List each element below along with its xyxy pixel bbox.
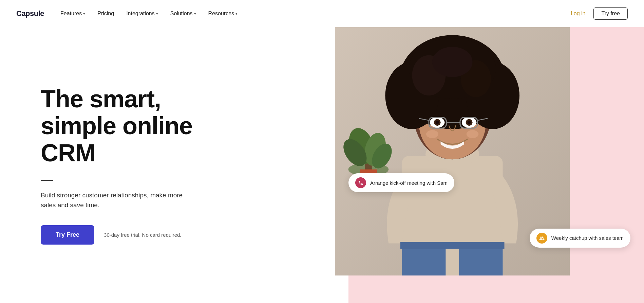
people-icon	[536, 233, 547, 244]
nav-integrations[interactable]: Integrations ▾	[126, 11, 158, 17]
notification-2-text: Weekly catchup with sales team	[551, 235, 624, 241]
hero-headline: The smart, simple online CRM	[41, 86, 231, 166]
notification-card-2: Weekly catchup with sales team	[530, 229, 630, 248]
hero-subtext: Build stronger customer relationships, m…	[41, 190, 183, 210]
hero-cta-row: Try Free 30-day free trial. No card requ…	[41, 225, 335, 245]
hero-image-area: Arrange kick-off meeting with Sam Weekly…	[335, 27, 644, 303]
notification-card-1: Arrange kick-off meeting with Sam	[348, 173, 454, 192]
svg-point-34	[426, 130, 438, 138]
hero-content: The smart, simple online CRM Build stron…	[0, 27, 335, 303]
hero-section: The smart, simple online CRM Build stron…	[0, 27, 644, 303]
phone-icon	[355, 177, 366, 188]
chevron-down-icon: ▾	[83, 12, 85, 16]
nav-links: Features ▾ Pricing Integrations ▾ Soluti…	[60, 11, 571, 17]
nav-solutions[interactable]: Solutions ▾	[170, 11, 196, 17]
nav-pricing[interactable]: Pricing	[97, 11, 114, 17]
nav-try-free-button[interactable]: Try free	[593, 7, 628, 20]
try-free-button[interactable]: Try Free	[41, 225, 94, 245]
trial-note: 30-day free trial. No card required.	[104, 232, 181, 238]
login-link[interactable]: Log in	[571, 11, 586, 17]
nav-actions: Log in Try free	[571, 7, 628, 20]
chevron-down-icon: ▾	[194, 12, 196, 16]
svg-point-22	[436, 121, 439, 124]
nav-features[interactable]: Features ▾	[60, 11, 85, 17]
svg-point-25	[468, 121, 471, 124]
svg-point-19	[432, 47, 473, 77]
chevron-down-icon: ▾	[156, 12, 158, 16]
chevron-down-icon: ▾	[235, 12, 238, 16]
hero-divider	[41, 180, 53, 181]
svg-point-35	[467, 130, 479, 138]
brand-logo[interactable]: Capsule	[16, 9, 44, 18]
nav-resources[interactable]: Resources ▾	[208, 11, 238, 17]
svg-rect-33	[400, 242, 505, 249]
notification-1-text: Arrange kick-off meeting with Sam	[370, 180, 448, 186]
navigation: Capsule Features ▾ Pricing Integrations …	[0, 0, 644, 27]
